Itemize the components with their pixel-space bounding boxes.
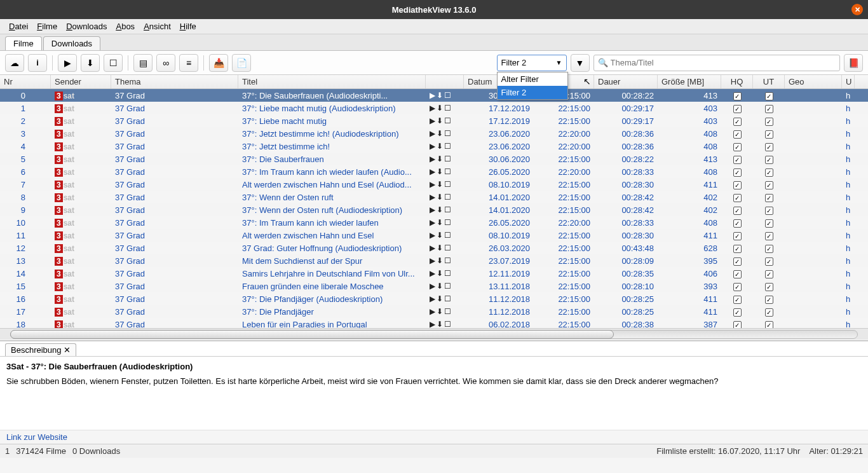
play-icon[interactable]: ▶ bbox=[430, 205, 435, 214]
play-icon[interactable]: ▶ bbox=[430, 167, 435, 176]
download-icon[interactable]: ⬇ bbox=[437, 218, 443, 227]
menu-item[interactable]: Downloads bbox=[62, 20, 111, 32]
download-button[interactable]: ⬇ bbox=[81, 54, 100, 72]
play-icon[interactable]: ▶ bbox=[430, 180, 435, 189]
play-icon[interactable]: ▶ bbox=[430, 129, 435, 138]
bookmark-icon[interactable]: ☐ bbox=[444, 320, 451, 328]
table-row[interactable]: 43sat37 Grad37°: Jetzt bestimme ich!▶⬇☐2… bbox=[0, 140, 868, 153]
play-icon[interactable]: ▶ bbox=[430, 269, 435, 278]
table-row[interactable]: 93sat37 Grad37°: Wenn der Osten ruft (Au… bbox=[0, 203, 868, 216]
bookmark-icon[interactable]: ☐ bbox=[444, 256, 451, 265]
table-row[interactable]: 03sat37 Grad37°: Die Sauberfrauen (Audio… bbox=[0, 89, 868, 102]
col-sender[interactable]: Sender bbox=[51, 75, 111, 88]
play-icon[interactable]: ▶ bbox=[430, 231, 435, 240]
bookmark-icon[interactable]: ☐ bbox=[444, 104, 451, 113]
bookmark-icon[interactable]: ☐ bbox=[444, 218, 451, 227]
table-row[interactable]: 63sat37 Grad37°: Im Traum kann ich wiede… bbox=[0, 165, 868, 178]
play-icon[interactable]: ▶ bbox=[430, 307, 435, 316]
bookmark-button[interactable]: ☐ bbox=[104, 54, 123, 72]
menu-item[interactable]: Abos bbox=[112, 20, 139, 32]
bookmark-icon[interactable]: ☐ bbox=[444, 294, 451, 303]
table-row[interactable]: 73sat37 GradAlt werden zwischen Hahn und… bbox=[0, 178, 868, 191]
play-icon[interactable]: ▶ bbox=[430, 154, 435, 163]
col-groesse[interactable]: Größe [MB] bbox=[658, 75, 721, 88]
col-titel[interactable]: Titel bbox=[238, 75, 426, 88]
col-ut[interactable]: UT bbox=[753, 75, 785, 88]
description-tab[interactable]: Beschreibung ✕ bbox=[5, 343, 76, 356]
horizontal-scrollbar[interactable] bbox=[0, 328, 868, 339]
col-actions[interactable] bbox=[426, 75, 464, 88]
info-button[interactable]: i bbox=[28, 54, 47, 72]
filter-select[interactable]: Filter 2 ▼ Alter Filter Filter 2 bbox=[497, 55, 567, 71]
search-box[interactable]: 🔍 bbox=[593, 55, 841, 71]
table-row[interactable]: 123sat37 Grad37 Grad: Guter Hoffnung (Au… bbox=[0, 242, 868, 254]
download-icon[interactable]: ⬇ bbox=[437, 193, 443, 202]
bookmark-icon[interactable]: ☐ bbox=[444, 269, 451, 278]
download-icon[interactable]: ⬇ bbox=[437, 91, 443, 100]
filter-option[interactable]: Filter 2 bbox=[498, 86, 567, 99]
play-icon[interactable]: ▶ bbox=[430, 193, 435, 202]
bookmark-icon[interactable]: ☐ bbox=[444, 180, 451, 189]
play-icon[interactable]: ▶ bbox=[430, 116, 435, 125]
download-icon[interactable]: ⬇ bbox=[437, 320, 443, 328]
menu-item[interactable]: Filme bbox=[33, 20, 61, 32]
download-icon[interactable]: ⬇ bbox=[437, 129, 443, 138]
cloud-download-button[interactable]: ☁ bbox=[5, 54, 24, 72]
col-dauer[interactable]: Dauer bbox=[594, 75, 658, 88]
play-icon[interactable]: ▶ bbox=[430, 256, 435, 265]
document-button[interactable]: 📄 bbox=[232, 54, 251, 72]
book-button[interactable]: 📕 bbox=[844, 54, 863, 72]
bookmark-icon[interactable]: ☐ bbox=[444, 129, 451, 138]
play-icon[interactable]: ▶ bbox=[430, 104, 435, 113]
table-row[interactable]: 113sat37 GradAlt werden zwischen Hahn un… bbox=[0, 229, 868, 242]
download-icon[interactable]: ⬇ bbox=[437, 104, 443, 113]
table-row[interactable]: 53sat37 Grad37°: Die Sauberfrauen▶⬇☐30.0… bbox=[0, 153, 868, 165]
col-thema[interactable]: Thema bbox=[111, 75, 238, 88]
download-icon[interactable]: ⬇ bbox=[437, 180, 443, 189]
download-icon[interactable]: ⬇ bbox=[437, 282, 443, 291]
play-icon[interactable]: ▶ bbox=[430, 243, 435, 252]
download-icon[interactable]: ⬇ bbox=[437, 243, 443, 252]
bookmark-icon[interactable]: ☐ bbox=[444, 243, 451, 252]
download-icon[interactable]: ⬇ bbox=[437, 231, 443, 240]
col-url[interactable]: U bbox=[842, 75, 855, 88]
close-tab-icon[interactable]: ✕ bbox=[64, 345, 71, 355]
list-view-button[interactable]: ▤ bbox=[133, 54, 153, 72]
download-icon[interactable]: ⬇ bbox=[437, 154, 443, 163]
bookmark-icon[interactable]: ☐ bbox=[444, 116, 451, 125]
table-row[interactable]: 133sat37 GradMit dem Suchdienst auf der … bbox=[0, 254, 868, 267]
play-icon[interactable]: ▶ bbox=[430, 142, 435, 151]
col-nr[interactable]: Nr bbox=[0, 75, 51, 88]
filter-icon-button[interactable]: ▼ bbox=[571, 54, 590, 72]
menu-item[interactable]: Hilfe bbox=[176, 20, 200, 32]
play-icon[interactable]: ▶ bbox=[430, 91, 435, 100]
play-button[interactable]: ▶ bbox=[58, 54, 77, 72]
download-icon[interactable]: ⬇ bbox=[437, 116, 443, 125]
bookmark-icon[interactable]: ☐ bbox=[444, 205, 451, 214]
table-row[interactable]: 163sat37 Grad37°: Die Pfandjäger (Audiod… bbox=[0, 292, 868, 305]
table-row[interactable]: 103sat37 Grad37°: Im Traum kann ich wied… bbox=[0, 216, 868, 229]
play-icon[interactable]: ▶ bbox=[430, 320, 435, 328]
download-icon[interactable]: ⬇ bbox=[437, 307, 443, 316]
main-tab[interactable]: Downloads bbox=[43, 36, 100, 50]
col-hq[interactable]: HQ bbox=[721, 75, 753, 88]
cloud-button[interactable]: ∞ bbox=[156, 54, 175, 72]
play-icon[interactable]: ▶ bbox=[430, 294, 435, 303]
download-icon[interactable]: ⬇ bbox=[437, 205, 443, 214]
table-row[interactable]: 143sat37 GradSamirs Lehrjahre in Deutsch… bbox=[0, 267, 868, 280]
download-icon[interactable]: ⬇ bbox=[437, 142, 443, 151]
col-geo[interactable]: Geo bbox=[785, 75, 842, 88]
database-button[interactable]: ≡ bbox=[179, 54, 198, 72]
download-icon[interactable]: ⬇ bbox=[437, 269, 443, 278]
search-input[interactable] bbox=[611, 58, 836, 67]
table-row[interactable]: 173sat37 Grad37°: Die Pfandjäger▶⬇☐11.12… bbox=[0, 305, 868, 318]
bookmark-icon[interactable]: ☐ bbox=[444, 91, 451, 100]
bookmark-icon[interactable]: ☐ bbox=[444, 307, 451, 316]
download-icon[interactable]: ⬇ bbox=[437, 256, 443, 265]
table-row[interactable]: 153sat37 GradFrauen gründen eine liberal… bbox=[0, 280, 868, 292]
menu-item[interactable]: Ansicht bbox=[140, 20, 175, 32]
table-row[interactable]: 23sat37 Grad37°: Liebe macht mutig▶⬇☐17.… bbox=[0, 114, 868, 127]
bookmark-icon[interactable]: ☐ bbox=[444, 142, 451, 151]
website-link[interactable]: Link zur Website bbox=[0, 430, 868, 444]
bookmark-icon[interactable]: ☐ bbox=[444, 193, 451, 202]
